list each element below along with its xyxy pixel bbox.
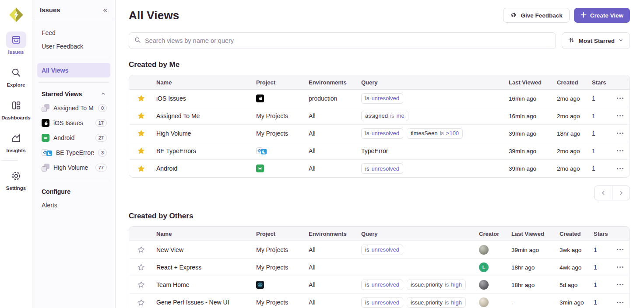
last-viewed-value: 39min ago [509,165,536,172]
android-project-icon [256,164,264,172]
section-created-by-others: Created by Others [129,212,630,220]
table-header-row: NameProjectEnvironmentsQueryCreatorLast … [129,227,630,241]
last-viewed-cell: - [508,299,556,306]
environments-cell: All [305,112,358,119]
query-token-segment: issue.priority [411,299,443,306]
starred-view-assigned-to-me[interactable]: Assigned To Me0 [37,101,110,116]
view-name-link[interactable]: Assigned To Me [156,112,200,119]
star-toggle-button[interactable] [129,94,153,102]
sidebar-title: Issues [40,6,60,14]
row-actions-button[interactable] [610,115,630,116]
environments-cell: All [305,281,358,288]
star-toggle-button[interactable] [129,263,153,271]
view-name-link[interactable]: New View [156,246,183,253]
star-toggle-button[interactable] [129,165,153,172]
react-project-icon [256,281,264,289]
last-viewed-value: 16min ago [509,113,536,119]
name-cell: Assigned To Me [153,112,253,119]
sentry-logo[interactable] [7,5,26,24]
sort-arrows-icon [568,37,575,45]
view-name-link[interactable]: Android [156,165,177,172]
search-views-input[interactable] [145,37,550,44]
row-actions-button[interactable] [610,249,630,250]
row-actions-button[interactable] [610,133,630,134]
query-token-segment: unresolved [371,246,399,253]
view-name-link[interactable]: BE TypeErrors [156,147,196,154]
star-toggle-button[interactable] [129,130,153,137]
column-header-query: Query [358,79,505,86]
created-value: 3wk ago [560,247,581,253]
rail-item-label: Dashboards [1,115,30,120]
rail-item-dashboards[interactable]: Dashboards [1,97,30,120]
view-row: High VolumeMy ProjectsAllisunresolvedtim… [129,125,630,142]
column-header-project: Project [253,79,305,86]
query-token-segment: is [365,281,369,288]
last-viewed-value: 18hr ago [511,282,535,288]
sidebar-item-alerts[interactable]: Alerts [37,198,110,212]
starred-view-android[interactable]: Android27 [37,130,110,145]
view-name-link[interactable]: Gene Perf Issues - New UI [156,299,229,306]
view-name-link[interactable]: High Volume [156,130,191,137]
created-value: 2mo ago [557,165,580,172]
view-row: React + ExpressMy ProjectsAllL18hr ago4w… [129,259,630,276]
stars-count-cell: 1 [588,165,610,172]
next-page-button[interactable] [612,186,630,200]
rail-item-label: Insights [6,148,25,153]
created-cell: 4wk ago [556,264,590,271]
query-cell: isunresolvedtimesSeenis>100 [358,128,505,139]
starred-view-ios-issues[interactable]: iOS Issues17 [37,116,110,130]
rail-item-explore[interactable]: Explore [1,64,30,88]
query-token-segment: unresolved [371,130,399,136]
star-toggle-button[interactable] [129,112,153,119]
created-cell: 2mo ago [553,112,588,119]
star-toggle-button[interactable] [129,299,153,306]
star-toggle-button[interactable] [129,281,153,288]
row-actions-button[interactable] [610,284,630,285]
created-value: 3min ago [560,299,584,306]
give-feedback-button[interactable]: Give Feedback [503,8,569,23]
star-toggle-button[interactable] [129,147,153,154]
stars-count-cell: 1 [590,246,610,253]
sidebar-item-user-feedback[interactable]: User Feedback [37,39,110,53]
view-name-link[interactable]: iOS Issues [156,95,186,102]
last-viewed-cell: 39min ago [508,246,556,253]
rail-item-insights[interactable]: Insights [1,130,30,153]
starred-views-header[interactable]: Starred Views [37,88,110,101]
query-token-segment: is [365,246,369,253]
view-name-link[interactable]: React + Express [156,264,201,271]
creator-avatar [479,245,489,255]
query-token: isunresolved [361,163,403,174]
query-token-segment: assigned [365,112,388,119]
query-token-segment: unresolved [371,299,399,306]
project-cell [253,281,305,289]
view-name-link[interactable]: Team Home [156,281,189,288]
query-cell: isunresolved [358,245,475,255]
star-toggle-button[interactable] [129,246,153,253]
row-actions-button[interactable] [610,302,630,303]
starred-view-high-volume[interactable]: High Volume77 [37,160,110,175]
row-actions-button[interactable] [610,150,630,151]
rail-item-settings[interactable]: Settings [1,168,30,191]
row-actions-button[interactable] [610,98,630,99]
collapse-sidebar-icon[interactable]: « [103,6,107,14]
column-header-creator: Creator [475,231,508,237]
row-actions-button[interactable] [610,266,630,268]
rail-item-issues[interactable]: Issues [1,32,30,55]
create-view-button[interactable]: Create View [574,8,630,23]
last-viewed-value: 39min ago [509,130,536,137]
starred-view-label: Android [53,134,91,141]
dashboards-icon [6,97,26,114]
created-cell: 18hr ago [553,130,588,137]
sidebar-item-all-views[interactable]: All Views [37,63,110,77]
previous-page-button[interactable] [595,186,612,200]
last-viewed-cell: 39min ago [505,130,553,137]
sidebar-item-feed[interactable]: Feed [37,26,110,39]
row-actions-button[interactable] [610,168,630,169]
view-row: Assigned To MeMy ProjectsAllassignedisme… [129,107,630,125]
starred-view-be-typeerrors[interactable]: BE TypeErrors3 [37,145,110,160]
sort-dropdown[interactable]: Most Starred [562,32,630,49]
query-token-segment: high [451,281,462,288]
column-header-name: Name [153,231,253,237]
query-token: issue.priorityishigh [407,297,466,308]
query-token-segment: is [365,299,369,306]
